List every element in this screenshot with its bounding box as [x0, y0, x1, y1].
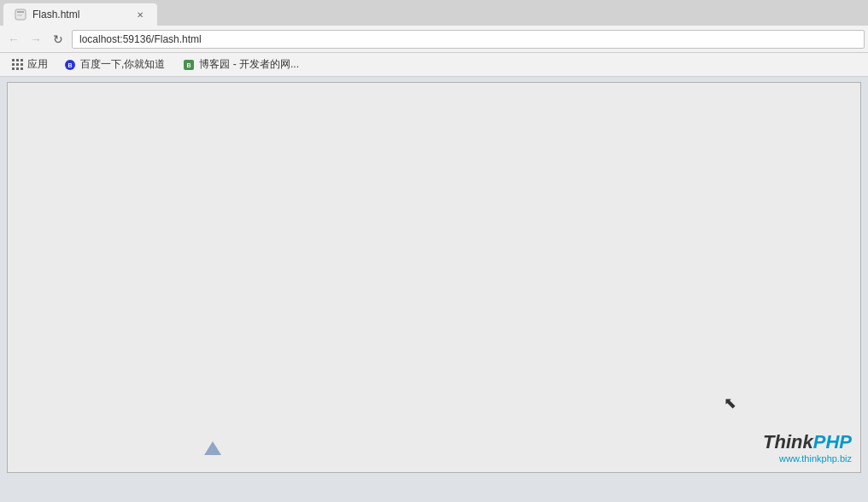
- browser-tab[interactable]: Flash.html ✕: [3, 3, 157, 26]
- reload-button[interactable]: ↻: [48, 29, 68, 50]
- tab-favicon: [14, 8, 27, 21]
- apps-button[interactable]: 应用: [7, 55, 53, 73]
- baidu-label: 百度一下,你就知道: [80, 57, 165, 72]
- tab-title: Flash.html: [32, 9, 130, 20]
- page-content: ThinkPHP www.thinkphp.biz ⬉: [7, 82, 861, 473]
- apps-label: 应用: [27, 57, 48, 72]
- baidu-favicon: B: [63, 58, 77, 72]
- think-text: Think: [763, 431, 813, 452]
- nav-buttons: ← → ↻: [3, 29, 68, 50]
- back-button[interactable]: ←: [3, 29, 24, 50]
- bokeyuan-label: 博客园 - 开发者的网...: [199, 57, 299, 72]
- tab-close-button[interactable]: ✕: [133, 8, 147, 21]
- bookmark-bokeyuan[interactable]: B 博客园 - 开发者的网...: [175, 55, 306, 73]
- address-bar: ← → ↻: [0, 26, 868, 53]
- address-input-wrapper[interactable]: [72, 30, 865, 49]
- arrow-shape: [204, 441, 221, 455]
- address-input[interactable]: [79, 33, 857, 45]
- browser-chrome: Flash.html ✕ ← → ↻ 应用: [0, 0, 868, 77]
- forward-button[interactable]: →: [26, 29, 46, 50]
- svg-text:B: B: [187, 62, 191, 68]
- thinkphp-url: www.thinkphp.biz: [763, 453, 852, 464]
- svg-rect-1: [17, 11, 24, 13]
- svg-text:B: B: [67, 62, 72, 68]
- php-text: PHP: [813, 431, 852, 452]
- apps-icon: [12, 59, 24, 71]
- bookmark-baidu[interactable]: B 百度一下,你就知道: [56, 55, 172, 73]
- mouse-cursor: ⬉: [724, 394, 736, 412]
- thinkphp-watermark: ThinkPHP www.thinkphp.biz: [763, 431, 852, 464]
- thinkphp-brand: ThinkPHP: [763, 431, 852, 452]
- bokeyuan-favicon: B: [182, 58, 196, 72]
- tab-bar: Flash.html ✕: [0, 0, 868, 26]
- bookmarks-bar: 应用 B 百度一下,你就知道 B 博客园 - 开发者的网...: [0, 53, 868, 77]
- svg-rect-2: [17, 15, 22, 16]
- flash-arrow: [204, 441, 221, 455]
